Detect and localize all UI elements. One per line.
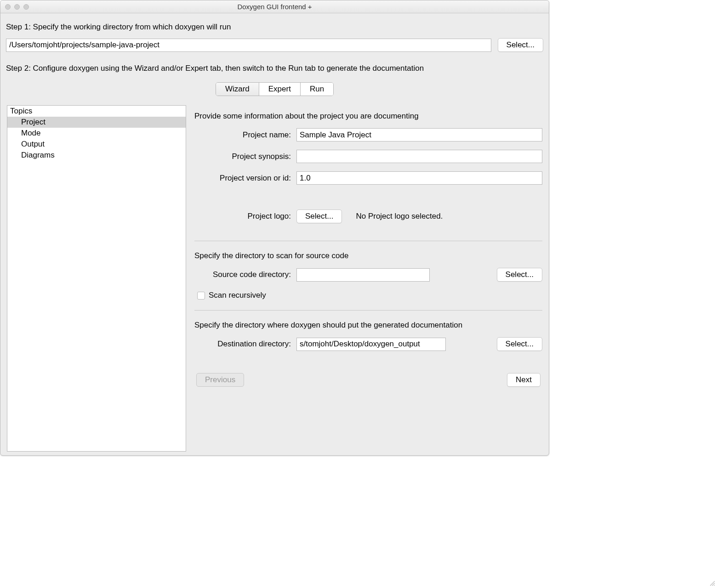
source-dir-select-button[interactable]: Select...	[497, 268, 542, 282]
source-dir-input[interactable]	[296, 268, 430, 282]
project-version-label: Project version or id:	[194, 174, 291, 183]
step1-label: Step 1: Specify the working directory fr…	[6, 23, 543, 32]
step2-label: Step 2: Configure doxygen using the Wiza…	[6, 64, 543, 73]
app-window: Doxygen GUI frontend + Step 1: Specify t…	[0, 0, 549, 456]
topics-item-project[interactable]: Project	[7, 117, 186, 128]
source-section-label: Specify the directory to scan for source…	[194, 251, 542, 260]
previous-button[interactable]: Previous	[196, 373, 244, 387]
tab-bar: Wizard Expert Run	[6, 82, 543, 96]
topics-item-mode[interactable]: Mode	[7, 128, 186, 139]
working-dir-row: Select...	[6, 38, 543, 52]
tab-run[interactable]: Run	[301, 83, 333, 96]
topics-item-output[interactable]: Output	[7, 139, 186, 150]
project-logo-select-button[interactable]: Select...	[296, 209, 342, 223]
project-synopsis-label: Project synopsis:	[194, 152, 291, 161]
dest-dir-input[interactable]	[296, 338, 446, 351]
topics-panel: Topics Project Mode Output Diagrams	[7, 105, 186, 452]
divider-2	[194, 310, 542, 311]
panel-area: Topics Project Mode Output Diagrams Prov…	[6, 101, 543, 452]
window-controls	[0, 4, 29, 10]
working-dir-input[interactable]	[6, 39, 491, 52]
wizard-panel: Provide some information about the proje…	[194, 105, 542, 452]
topics-header: Topics	[7, 106, 186, 117]
tab-expert[interactable]: Expert	[259, 83, 301, 96]
scan-recursively-label: Scan recursively	[209, 291, 266, 300]
project-name-label: Project name:	[194, 130, 291, 140]
scan-recursively-row: Scan recursively	[197, 291, 542, 300]
project-version-row: Project version or id:	[194, 171, 542, 185]
zoom-icon[interactable]	[23, 4, 29, 10]
project-name-input[interactable]	[296, 128, 542, 141]
content-area: Step 1: Specify the working directory fr…	[0, 13, 549, 455]
working-dir-select-button[interactable]: Select...	[498, 38, 543, 52]
segmented-tabs: Wizard Expert Run	[216, 82, 334, 96]
source-dir-row: Source code directory: Select...	[194, 268, 542, 282]
titlebar: Doxygen GUI frontend +	[0, 0, 549, 13]
next-button[interactable]: Next	[507, 373, 541, 387]
close-icon[interactable]	[5, 4, 11, 10]
tab-wizard[interactable]: Wizard	[216, 83, 259, 96]
project-synopsis-input[interactable]	[296, 150, 542, 163]
dest-dir-row: Destination directory: Select...	[194, 337, 542, 351]
minimize-icon[interactable]	[14, 4, 20, 10]
source-dir-label: Source code directory:	[194, 270, 291, 279]
project-version-input[interactable]	[296, 171, 542, 185]
project-synopsis-row: Project synopsis:	[194, 150, 542, 163]
topics-list: Project Mode Output Diagrams	[7, 117, 186, 451]
window-title: Doxygen GUI frontend +	[0, 3, 549, 11]
project-logo-label: Project logo:	[194, 212, 291, 221]
scan-recursively-checkbox[interactable]	[197, 292, 205, 300]
dest-section-label: Specify the directory where doxygen shou…	[194, 321, 542, 330]
project-logo-row: Project logo: Select... No Project logo …	[194, 209, 542, 223]
divider-1	[194, 241, 542, 241]
topics-item-diagrams[interactable]: Diagrams	[7, 150, 186, 161]
project-name-row: Project name:	[194, 128, 542, 141]
wizard-nav-buttons: Previous Next	[194, 373, 542, 389]
project-logo-status: No Project logo selected.	[356, 212, 443, 221]
wizard-intro: Provide some information about the proje…	[194, 112, 542, 121]
dest-dir-label: Destination directory:	[194, 339, 291, 349]
dest-dir-select-button[interactable]: Select...	[497, 337, 542, 351]
